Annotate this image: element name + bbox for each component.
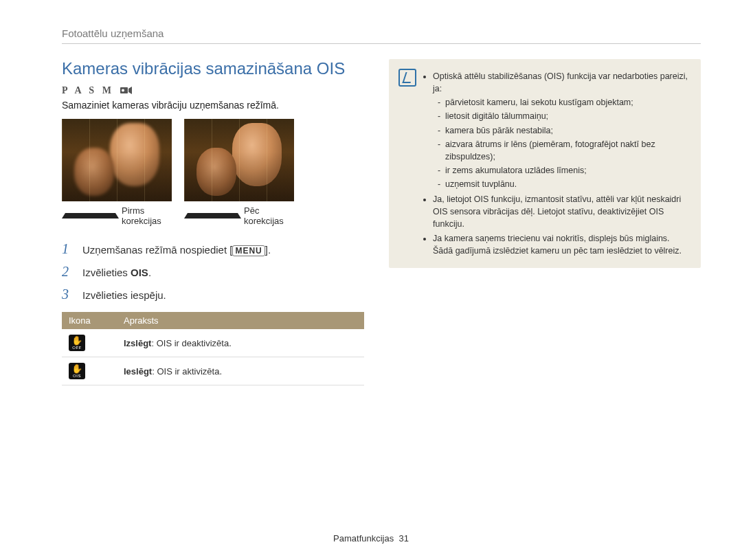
page-footer: Pamatfunkcijas 31 [0, 533, 742, 544]
caption-before: Pirms korekcijas [62, 205, 172, 226]
th-desc: Apraksts [117, 312, 364, 329]
ois-off-icon: ✋OFF [69, 335, 85, 351]
mode-indicator: P A S M [62, 85, 364, 97]
thumbnail-before [62, 119, 172, 201]
options-table: Ikona Apraksts ✋OFF Izslēgt: OIS ir deak… [62, 312, 364, 385]
page-title: Kameras vibrācijas samazināšana OIS [62, 59, 364, 78]
breadcrumb: Fotoattēlu uzņemšana [62, 27, 701, 44]
note-bullet: Ja, lietojot OIS funkciju, izmantosit st… [433, 193, 690, 230]
triangle-icon [62, 213, 119, 219]
menu-button-label: MENU [232, 245, 265, 256]
note-icon [398, 69, 416, 87]
video-icon [120, 86, 133, 97]
note-sub: kamera būs pārāk nestabila; [445, 124, 690, 137]
caption-after: Pēc korekcijas [184, 205, 294, 226]
note-sub: ir zems akumulatora uzlādes līmenis; [445, 164, 690, 177]
step-3: 3 Izvēlieties iespēju. [62, 287, 364, 302]
step-1: 1 Uzņemšanas režīmā nospiediet [MENU]. [62, 241, 364, 257]
step-2: 2 Izvēlieties OIS. [62, 264, 364, 280]
th-icon: Ikona [62, 312, 117, 329]
thumbnail-after [184, 119, 294, 201]
note-sub: aizvara ātrums ir lēns (piemēram, fotogr… [445, 138, 690, 163]
note-sub: uzņemsit tuvplānu. [445, 178, 690, 190]
triangle-icon [184, 213, 241, 219]
note-box: Optiskā attēlu stabilizēšanas (OIS) funk… [389, 59, 701, 268]
ois-on-icon: ✋OIS [69, 363, 85, 379]
svg-point-1 [122, 89, 124, 92]
note-lead: Optiskā attēlu stabilizēšanas (OIS) funk… [433, 71, 688, 93]
table-row: ✋OFF Izslēgt: OIS ir deaktivizēta. [62, 329, 364, 357]
note-bullet: Ja kamera saņems triecienu vai nokritīs,… [433, 232, 690, 257]
note-sub: pārvietosit kameru, lai sekotu kustīgam … [445, 96, 690, 109]
intro-text: Samaziniet kameras vibrāciju uzņemšanas … [62, 100, 364, 111]
table-row: ✋OIS Ieslēgt: OIS ir aktivizēta. [62, 357, 364, 385]
note-sub: lietosit digitālo tālummaiņu; [445, 110, 690, 122]
